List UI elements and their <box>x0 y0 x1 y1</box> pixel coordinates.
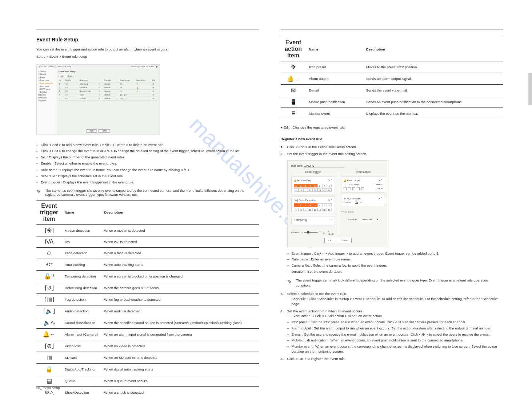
trigger-desc: When a face is detected <box>101 247 259 259</box>
notes-list: Click < Add > to add a new event rule. O… <box>36 142 259 185</box>
menu-path: Setup > Event > Event rule setup <box>36 54 259 59</box>
action-desc: Sends an event push notification to the … <box>363 96 503 108</box>
trigger-name: Tampering detection <box>62 270 101 282</box>
trigger-desc: When no video is detected <box>101 340 259 352</box>
th-desc: Description <box>101 200 259 224</box>
trigger-name: Defocusing detection <box>62 282 101 293</box>
trigger-desc: When the specified sound source is detec… <box>101 317 259 328</box>
step-5: Click < OK > to register the event rule. <box>281 356 503 361</box>
action-desc: Displays the event on the monitor. <box>363 108 503 119</box>
action-name: E-mail <box>306 85 363 96</box>
register-heading: Register a new event rule <box>281 137 503 142</box>
action-icon: ✉ <box>281 85 306 96</box>
trigger-icon: 🔔← <box>36 328 62 340</box>
trigger-desc: When fog or bad weather is detected <box>101 293 259 305</box>
note-item: Rule name : Displays the event rule name… <box>36 167 259 172</box>
trigger-name: Sound classification <box>62 317 101 328</box>
trigger-icon: ⌈↺⌋ <box>36 282 62 293</box>
trigger-desc: When a queue event occurs <box>101 375 259 386</box>
trigger-desc: When an SD card error is detected <box>101 352 259 363</box>
trigger-icon: ⌈⊘⌋ <box>36 340 62 352</box>
trigger-name: Audio detection <box>62 305 101 317</box>
trigger-icon: ⌈▥⌋ <box>36 293 62 305</box>
trigger-icon: 🔒 <box>36 363 62 375</box>
reg-note: The event trigger item may look differen… <box>296 278 503 288</box>
step-3: Select a schedule to run the event rule.… <box>281 291 503 306</box>
trigger-name: Fog detection <box>62 293 101 305</box>
th-icon: Event action item <box>281 37 306 61</box>
step-4: Set the event action to run when an even… <box>281 309 503 354</box>
trigger-desc: When a screen is blocked or its position… <box>101 270 259 282</box>
trigger-icon: IVA <box>36 236 62 247</box>
cancel-button[interactable]: Cancel <box>337 238 352 243</box>
trigger-desc: When digital auto tracking starts <box>101 363 259 375</box>
trigger-icon: ▥ <box>36 352 62 363</box>
section-title: Event Rule Setup <box>36 37 259 42</box>
trigger-desc: When an alarm input signal is generated … <box>101 328 259 340</box>
action-name: Mobile push notification <box>306 96 363 108</box>
note-item: Event trigger : Displays the event trigg… <box>36 180 259 185</box>
trigger-desc: When a motion is detected <box>101 224 259 236</box>
trigger-name: Auto tracking <box>62 259 101 270</box>
action-name: PTZ preset <box>306 61 363 73</box>
trigger-name: Motion detection <box>62 224 101 236</box>
trigger-name: Queue <box>62 375 101 386</box>
add-action[interactable]: + Add action <box>341 208 385 215</box>
trigger-note: The camera's event trigger shows only ev… <box>45 189 259 197</box>
note-item: Click < Edit > to change the event rule … <box>36 149 259 153</box>
th-name: Name <box>62 200 101 224</box>
step-2: Set the event trigger in the event rule … <box>281 151 503 288</box>
trigger-desc: When IVA is detected <box>101 236 259 247</box>
th-name: Name <box>306 37 363 61</box>
trigger-icon: ☺ <box>36 247 62 259</box>
ui-screenshot-1: WISENET □ Live Q Search ⚙ Setup 2021-09-… <box>36 64 160 135</box>
pencil-icon <box>36 189 42 194</box>
action-icon: ✥ <box>281 61 306 73</box>
register-steps: Click < Add > in the Event Rule Setup sc… <box>281 145 503 361</box>
trigger-icon: ⌈❀⌋ <box>36 224 62 236</box>
note-item: Enable : Select whether to enable the ev… <box>36 161 259 166</box>
trigger-icon: ▤ <box>36 375 62 386</box>
note-item: Schedule : Displays the schedule set in … <box>36 174 259 178</box>
trigger-icon: 🔒⁽⁾ <box>36 270 62 282</box>
action-desc: Sends an alarm output signal. <box>363 73 503 85</box>
ok-button[interactable]: Ok <box>324 238 335 243</box>
th-icon: Event trigger item <box>36 200 62 224</box>
trigger-name: Video loss <box>62 340 101 352</box>
right-column: Event action itemNameDescription ✥PTZ pr… <box>281 29 503 397</box>
action-icon: 🖥 <box>281 108 306 119</box>
side-tab <box>528 73 532 105</box>
trigger-name: IVA <box>62 236 101 247</box>
action-desc: Moves to the preset PTZ position. <box>363 61 503 73</box>
trigger-name: DigitalAutoTracking <box>62 363 101 375</box>
step-1: Click < Add > in the Event Rule Setup sc… <box>281 145 503 150</box>
event-action-table: Event action itemNameDescription ✥PTZ pr… <box>281 37 503 119</box>
action-name: Monitor event <box>306 108 363 119</box>
left-column: Event Rule Setup You can set the event t… <box>36 29 259 397</box>
ui-screenshot-2: Rule name Event trigger 🔒 Auto tracking✕… <box>287 160 389 247</box>
intro-text: You can set the event trigger and action… <box>36 47 259 52</box>
action-icon: 🔔→ <box>281 73 306 85</box>
et-title: Event trigger <box>291 170 335 174</box>
rule-name-input[interactable] <box>304 165 344 167</box>
trigger-desc: When the camera goes out of focus <box>101 282 259 293</box>
footer-left: 58_ menu setup <box>36 386 60 390</box>
trigger-name: Face detection <box>62 247 101 259</box>
action-desc: Sends the event via e-mail. <box>363 85 503 96</box>
trigger-desc: When audio is detected <box>101 305 259 317</box>
trigger-icon: ⌈🔈⌋ <box>36 305 62 317</box>
page-footer: 58_ menu setup <box>36 386 503 390</box>
note-item: Click < Add > to add a new event rule. O… <box>36 142 259 147</box>
trigger-name: SD card <box>62 352 101 363</box>
th-desc: Description <box>363 37 503 61</box>
note-item: No. : Displays the number of the generat… <box>36 155 259 159</box>
trigger-name: Alarm input (Camera) <box>62 328 101 340</box>
trigger-icon: 🔈∿ <box>36 317 62 328</box>
trigger-desc: When auto tracking starts <box>101 259 259 270</box>
edit-note: Edit : Changes the registered event rule… <box>284 125 345 129</box>
event-trigger-table: Event trigger itemNameDescription ⌈❀⌋Mot… <box>36 200 259 397</box>
ea-title: Event action <box>341 170 385 174</box>
action-name: Alarm output <box>306 73 363 85</box>
action-icon: 📱 <box>281 96 306 108</box>
pencil-icon <box>287 278 293 285</box>
